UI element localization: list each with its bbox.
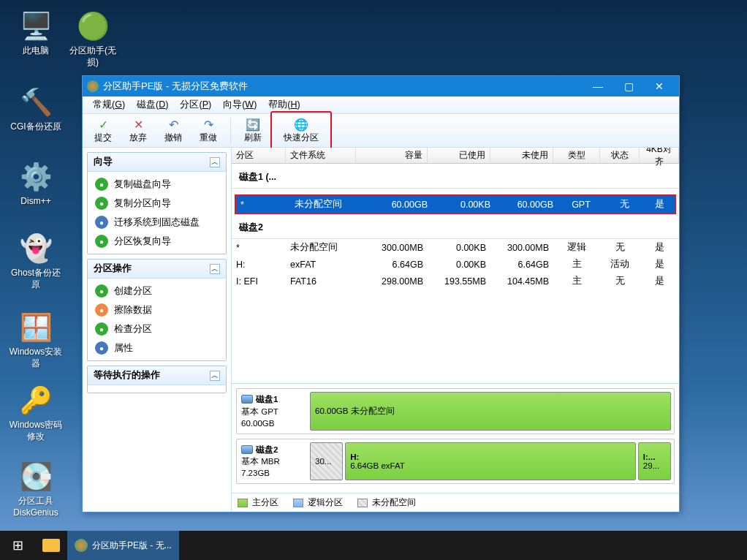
desktop-icon-glyph: 👻	[18, 231, 53, 266]
toolbar-icon: 🔄	[246, 117, 260, 132]
grid-body: 磁盘1 (... * 未分配空间 60.00GB 0.00KB 60.00GB …	[232, 164, 679, 384]
desktop-icon[interactable]: 🔑Windows密码修改	[7, 383, 64, 442]
desktop-icon-label: Ghost备份还原	[7, 268, 64, 290]
col-free[interactable]: 未使用	[490, 148, 553, 163]
panel-pending-head[interactable]: 等待执行的操作 ︿	[88, 366, 226, 385]
sidebar-item-label: 属性	[114, 342, 133, 355]
cell-partition: I: EFI	[232, 276, 286, 287]
table-row[interactable]: H: exFAT 6.64GB 0.00KB 6.64GB 主 活动 是	[232, 256, 679, 273]
desktop-icon[interactable]: 🖥️此电脑	[7, 9, 64, 57]
col-used[interactable]: 已使用	[428, 148, 490, 163]
disk-type: 基本 GPT	[241, 406, 304, 417]
toolbar-label: 放弃	[129, 132, 147, 144]
menu-item[interactable]: 常规(G)	[87, 97, 131, 113]
toolbar-icon: ✓	[99, 117, 108, 132]
legend-label: 逻辑分区	[308, 496, 343, 509]
table-row[interactable]: I: EFI FAT16 298.00MB 193.55MB 104.45MB …	[232, 273, 679, 290]
disk-map-bar: 30...H:6.64GB exFATI:...29...	[310, 442, 671, 480]
taskbar-app-label: 分区助手PE版 - 无...	[92, 540, 172, 552]
start-button[interactable]: ⊞	[0, 531, 35, 560]
panel-ops-head[interactable]: 分区操作 ︿	[88, 260, 226, 279]
cell-stat: 活动	[600, 258, 640, 270]
toolbar-icon: ✕	[134, 117, 143, 132]
window-body: 向导 ︿ ●复制磁盘向导●复制分区向导●迁移系统到固态磁盘●分区恢复向导 分区操…	[83, 148, 679, 512]
taskbar-explorer[interactable]	[35, 531, 67, 560]
toolbar-icon: ↶	[169, 117, 178, 132]
sidebar-item[interactable]: ●属性	[88, 338, 226, 357]
sidebar-item-icon: ●	[95, 341, 108, 355]
disk-map-segment[interactable]: H:6.64GB exFAT	[345, 442, 636, 480]
menubar: 常规(G)磁盘(D)分区(P)向导(W)帮助(H)	[83, 97, 679, 114]
cell-cap: 300.00MB	[356, 243, 428, 253]
toolbar-button[interactable]: 🔄刷新	[235, 116, 270, 145]
desktop-icon[interactable]: 👻Ghost备份还原	[7, 231, 64, 290]
disk-map[interactable]: 磁盘1基本 GPT60.00GB60.00GB 未分配空间	[236, 388, 675, 434]
sidebar-item[interactable]: ●创建分区	[88, 281, 226, 300]
sidebar-item[interactable]: ●擦除数据	[88, 300, 226, 319]
cell-cap: 6.64GB	[356, 260, 428, 270]
disk-map[interactable]: 磁盘2基本 MBR7.23GB30...H:6.64GB exFATI:...2…	[236, 439, 675, 484]
menu-item[interactable]: 向导(W)	[217, 97, 262, 113]
sidebar-item[interactable]: ●复制分区向导	[88, 194, 226, 213]
col-type[interactable]: 类型	[553, 148, 600, 163]
cell-cap: 298.00MB	[356, 276, 428, 287]
cell-free: 60.00GB	[495, 200, 558, 210]
cell-stat: 无	[604, 198, 644, 211]
window-title: 分区助手PE版 - 无损分区免费软件	[103, 80, 583, 93]
cell-type: 主	[553, 258, 600, 270]
cell-type: GPT	[558, 200, 604, 210]
disk-icon	[241, 445, 253, 454]
menu-item[interactable]: 分区(P)	[174, 97, 217, 113]
desktop-icon-label: Windows安装器	[7, 347, 64, 369]
sidebar-item[interactable]: ●检查分区	[88, 319, 226, 338]
cell-fs: FAT16	[286, 276, 356, 287]
sidebar-item-icon: ●	[95, 197, 108, 210]
disk-map-segment[interactable]: 30...	[310, 442, 343, 480]
sidebar-item-icon: ●	[95, 216, 108, 229]
disk-map-info: 磁盘2基本 MBR7.23GB	[240, 442, 306, 480]
toolbar-icon: 🌐	[294, 117, 308, 132]
sidebar-item[interactable]: ●分区恢复向导	[88, 232, 226, 251]
desktop-icon-glyph: ⚙️	[18, 159, 53, 194]
collapse-icon[interactable]: ︿	[210, 264, 220, 274]
cell-free: 104.45MB	[490, 276, 553, 287]
toolbar-button[interactable]: ↶撤销	[156, 116, 191, 145]
segment-title: H:	[350, 453, 631, 461]
close-button[interactable]: ✕	[644, 79, 675, 94]
collapse-icon[interactable]: ︿	[210, 157, 220, 167]
disk-map-segment[interactable]: I:...29...	[638, 442, 671, 480]
toolbar-button[interactable]: ↷重做	[191, 116, 226, 145]
desktop-icon[interactable]: 🟢分区助手(无损)	[64, 9, 121, 68]
desktop-icon[interactable]: 💽分区工具DiskGenius	[7, 459, 64, 518]
toolbar-label: 撤销	[164, 132, 182, 144]
col-4k-align[interactable]: 4KB对齐	[640, 148, 679, 163]
taskbar-app[interactable]: 分区助手PE版 - 无...	[67, 531, 179, 560]
col-partition[interactable]: 分区	[232, 148, 286, 163]
table-row[interactable]: * 未分配空间 300.00MB 0.00KB 300.00MB 逻辑 无 是	[232, 239, 679, 256]
panel-wizard: 向导 ︿ ●复制磁盘向导●复制分区向导●迁移系统到固态磁盘●分区恢复向导	[87, 152, 227, 254]
disk-group-label: 磁盘2	[232, 214, 679, 239]
desktop-icon[interactable]: 🪟Windows安装器	[7, 310, 64, 369]
toolbar-button[interactable]: ✓提交	[86, 116, 121, 145]
sidebar-item-label: 擦除数据	[114, 304, 152, 317]
col-capacity[interactable]: 容量	[356, 148, 428, 163]
desktop-icon[interactable]: ⚙️Dism++	[7, 159, 64, 208]
table-row[interactable]: * 未分配空间 60.00GB 0.00KB 60.00GB GPT 无 是	[236, 196, 675, 213]
desktop-icon[interactable]: 🔨CGI备份还原	[7, 85, 64, 133]
toolbar-button[interactable]: ✕放弃	[121, 116, 156, 145]
collapse-icon[interactable]: ︿	[210, 371, 220, 381]
col-filesystem[interactable]: 文件系统	[286, 148, 356, 163]
minimize-button[interactable]: —	[583, 79, 613, 94]
col-status[interactable]: 状态	[600, 148, 640, 163]
sidebar-item[interactable]: ●迁移系统到固态磁盘	[88, 213, 226, 232]
toolbar-button[interactable]: 🌐快速分区	[270, 111, 332, 150]
maximize-button[interactable]: ▢	[613, 79, 644, 94]
disk-map-segment[interactable]: 60.00GB 未分配空间	[310, 392, 671, 430]
panel-wizard-head[interactable]: 向导 ︿	[88, 153, 226, 172]
cell-free: 6.64GB	[490, 260, 553, 270]
sidebar-item[interactable]: ●复制磁盘向导	[88, 175, 226, 194]
cell-cap: 60.00GB	[360, 200, 432, 210]
sidebar-item-label: 复制分区向导	[114, 197, 171, 210]
toolbar-label: 重做	[200, 132, 217, 144]
menu-item[interactable]: 磁盘(D)	[131, 97, 174, 113]
